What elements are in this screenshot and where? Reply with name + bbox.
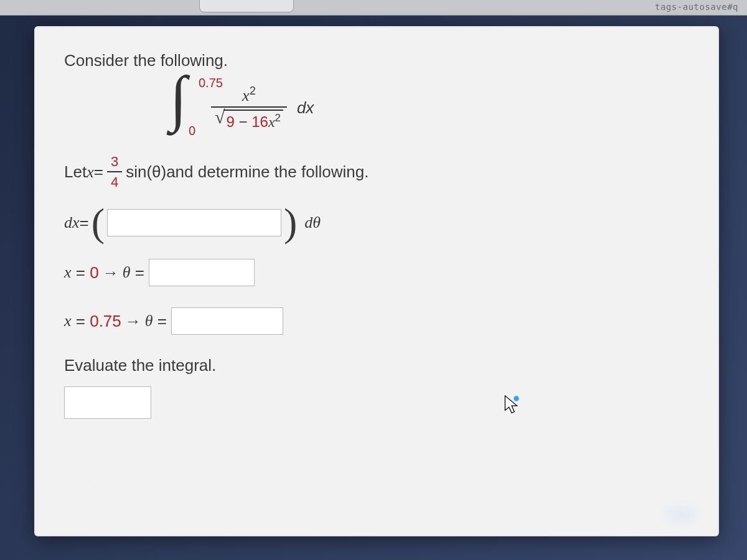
evaluate-label: Evaluate the integral.	[64, 356, 689, 375]
final-answer-row	[64, 386, 689, 419]
numerator-exp: 2	[250, 85, 256, 97]
problem-intro: Consider the following.	[64, 51, 689, 70]
integral-upper-limit: 0.75	[199, 76, 223, 90]
browser-chrome-top: tags-autosave#q	[0, 0, 747, 16]
sub-tail: and determine the following.	[166, 162, 369, 182]
limit2-answer-input[interactable]	[171, 307, 283, 335]
l2-eq: =	[157, 312, 167, 331]
sub-trig: sin(θ)	[126, 162, 166, 182]
integral-expression: ∫ 0.75 0 x2 √ 9 − 16x2 dx	[170, 77, 689, 139]
browser-tab[interactable]	[199, 0, 294, 12]
sub-lhs: x	[87, 163, 94, 182]
integral-dx: dx	[297, 98, 314, 118]
l2-theta: θ	[145, 312, 153, 330]
url-fragment: tags-autosave#q	[655, 2, 738, 12]
sub-frac-num: 3	[107, 154, 122, 171]
open-paren-icon: (	[89, 208, 107, 238]
numerator-var: x	[242, 86, 250, 105]
integrand-fraction: x2 √ 9 − 16x2	[211, 85, 287, 131]
problem-card: Consider the following. ∫ 0.75 0 x2 √ 9 …	[34, 26, 719, 536]
sub-lead: Let	[64, 162, 87, 182]
arrow-icon: →	[103, 263, 119, 282]
l1-xval: 0	[90, 263, 98, 282]
sub-frac-den: 4	[107, 172, 122, 190]
l1-eq: =	[135, 263, 144, 282]
limit-row-2: x = 0.75 → θ =	[64, 307, 689, 335]
l1-theta: θ	[123, 263, 131, 282]
sub-fraction: 3 4	[107, 154, 122, 190]
dtheta: dθ	[304, 213, 321, 232]
integral-sign: ∫ 0.75 0	[170, 80, 207, 136]
sqrt-expression: √ 9 − 16x2	[215, 110, 283, 131]
substitution-line: Let x = 3 4 sin(θ) and determine the fol…	[64, 154, 689, 190]
close-paren-icon: )	[281, 208, 299, 238]
radicand-const-a: 9	[226, 113, 234, 130]
radicand-op: −	[239, 113, 248, 130]
radicand-var: x	[268, 114, 275, 130]
arrow-icon: →	[125, 312, 141, 331]
sub-eq: =	[94, 162, 103, 182]
limit-row-1: x = 0 → θ =	[64, 259, 689, 286]
final-answer-input[interactable]	[64, 386, 151, 419]
l2-x: x	[64, 312, 72, 330]
limit1-answer-input[interactable]	[149, 259, 255, 286]
l1-x: x	[64, 263, 72, 282]
radicand-coeff: 16	[251, 113, 268, 130]
dx-lhs: dx	[64, 213, 80, 232]
screen-reflection	[657, 499, 707, 530]
l2-xval: 0.75	[90, 312, 121, 331]
dx-eq: =	[80, 213, 89, 233]
dx-answer-input[interactable]	[107, 209, 281, 236]
integral-lower-limit: 0	[189, 124, 195, 138]
radicand-exp: 2	[275, 112, 281, 124]
dx-row: dx = ( ) dθ	[64, 208, 689, 238]
